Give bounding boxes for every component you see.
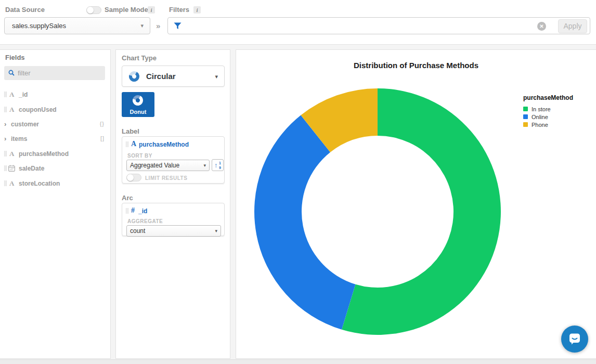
apply-button[interactable]: Apply bbox=[558, 19, 587, 33]
filters-label: Filters bbox=[169, 6, 189, 14]
chart-type-select[interactable]: Circular ▾ bbox=[122, 66, 225, 87]
drag-handle-icon bbox=[4, 180, 5, 186]
legend-item: Phone bbox=[523, 121, 573, 128]
chevron-down-icon: ▾ bbox=[203, 160, 206, 171]
field-filter-input[interactable] bbox=[18, 66, 101, 80]
array-type-badge: [] bbox=[100, 135, 105, 141]
sort-by-value: Aggregated Value bbox=[130, 162, 179, 169]
string-type-icon: A bbox=[9, 90, 14, 99]
object-type-badge: {} bbox=[100, 121, 105, 127]
chart-title: Distribution of Purchase Methods bbox=[236, 61, 596, 70]
sort-by-label: SORT BY bbox=[127, 153, 152, 159]
sort-direction-button[interactable]: ↑ 1 9 bbox=[212, 159, 224, 171]
sort-digit: 1 bbox=[219, 161, 221, 165]
aggregate-value: count bbox=[130, 227, 145, 235]
donut-chart-icon bbox=[132, 95, 144, 106]
calendar-icon bbox=[8, 165, 15, 172]
info-icon[interactable]: i bbox=[148, 6, 155, 14]
chart-encoding-panel: Chart Type Circular ▾ Donut Label A purc… bbox=[115, 49, 230, 359]
legend-label: Online bbox=[532, 114, 548, 120]
search-icon bbox=[8, 70, 15, 76]
field-name: _id bbox=[19, 91, 28, 98]
label-field-chip[interactable]: purchaseMethod bbox=[139, 141, 189, 148]
data-source-value: sales.supplySales bbox=[12, 22, 66, 30]
chevron-right-icon: › bbox=[4, 135, 6, 142]
sort-by-select[interactable]: Aggregated Value ▾ bbox=[126, 160, 210, 171]
string-type-icon: A bbox=[131, 140, 136, 148]
donut-chart[interactable] bbox=[253, 87, 502, 336]
donut-subtype-button[interactable]: Donut bbox=[122, 92, 154, 117]
close-icon: ✕ bbox=[539, 23, 543, 29]
field-row-purchasemethod[interactable]: A purchaseMethod bbox=[0, 149, 111, 159]
chat-launcher-button[interactable] bbox=[561, 326, 588, 353]
sample-mode-label: Sample Mode bbox=[105, 6, 148, 14]
funnel-icon bbox=[174, 22, 182, 30]
field-name: customer bbox=[11, 121, 39, 128]
data-source-select[interactable]: sales.supplySales ▾ bbox=[4, 17, 150, 34]
label-encoding-card: A purchaseMethod SORT BY Aggregated Valu… bbox=[122, 136, 225, 184]
chart-type-value: Circular bbox=[146, 66, 176, 87]
drag-handle-icon bbox=[4, 165, 5, 171]
chevron-right-icon: › bbox=[4, 120, 6, 128]
fields-sidebar: Fields A _id A couponUsed › customer {} … bbox=[0, 49, 111, 359]
drag-handle-icon bbox=[126, 208, 126, 214]
aggregate-label: AGGREGATE bbox=[127, 218, 163, 224]
number-type-icon: # bbox=[131, 206, 135, 215]
double-chevron-icon: » bbox=[156, 21, 160, 30]
page-bottom-strip bbox=[0, 359, 596, 364]
filter-query-input[interactable]: ✕ Apply bbox=[167, 17, 590, 34]
chart-type-label: Chart Type bbox=[122, 54, 157, 62]
legend-item: Online bbox=[523, 113, 573, 121]
chart-legend: purchaseMethod In store Online Phone bbox=[523, 94, 573, 128]
sample-mode-toggle[interactable] bbox=[86, 6, 101, 14]
arc-section-title: Arc bbox=[122, 194, 133, 202]
toggle-knob bbox=[87, 7, 94, 14]
drag-handle-icon bbox=[4, 107, 5, 112]
sort-digit: 9 bbox=[219, 165, 221, 170]
legend-item: In store bbox=[523, 105, 573, 113]
limit-results-label: LIMIT RESULTS bbox=[145, 175, 187, 181]
chat-bubble-icon bbox=[568, 333, 581, 345]
chevron-down-icon: ▾ bbox=[215, 226, 217, 236]
drag-handle-icon bbox=[126, 141, 126, 147]
legend-label: Phone bbox=[532, 122, 548, 128]
sort-numeric-digits: 1 9 bbox=[219, 161, 221, 170]
arc-field-chip[interactable]: _id bbox=[138, 207, 147, 215]
fields-title: Fields bbox=[5, 54, 25, 61]
field-row-storelocation[interactable]: A storeLocation bbox=[0, 178, 111, 189]
info-icon[interactable]: i bbox=[193, 6, 201, 14]
legend-swatch bbox=[523, 114, 528, 119]
chevron-down-icon: ▾ bbox=[215, 73, 218, 80]
legend-title: purchaseMethod bbox=[523, 94, 573, 101]
field-name: saleDate bbox=[19, 165, 44, 172]
limit-results-toggle[interactable] bbox=[126, 174, 141, 181]
drag-handle-icon bbox=[4, 151, 5, 157]
field-row-customer[interactable]: › customer {} bbox=[0, 119, 111, 129]
donut-subtype-label: Donut bbox=[122, 109, 154, 115]
label-section-title: Label bbox=[122, 127, 139, 135]
string-type-icon: A bbox=[9, 179, 14, 188]
legend-swatch bbox=[523, 107, 528, 111]
chart-preview-panel: Distribution of Purchase Methods purchas… bbox=[236, 49, 596, 359]
data-source-label: Data Source bbox=[5, 6, 45, 14]
field-row-couponused[interactable]: A couponUsed bbox=[0, 105, 111, 115]
field-row-id[interactable]: A _id bbox=[0, 89, 111, 100]
top-toolbar: Data Source Sample Mode i Filters i sale… bbox=[0, 0, 596, 45]
donut-slice-online[interactable] bbox=[254, 115, 356, 330]
legend-label: In store bbox=[532, 106, 551, 112]
field-name: storeLocation bbox=[19, 180, 60, 187]
aggregate-select[interactable]: count ▾ bbox=[126, 225, 221, 237]
drag-handle-icon bbox=[4, 92, 5, 97]
arc-encoding-card: # _id AGGREGATE count ▾ bbox=[122, 203, 225, 236]
string-type-icon: A bbox=[9, 150, 14, 158]
legend-swatch bbox=[523, 122, 528, 127]
clear-filter-button[interactable]: ✕ bbox=[537, 22, 546, 31]
chevron-down-icon: ▾ bbox=[140, 18, 144, 34]
field-search-box[interactable] bbox=[4, 66, 105, 80]
string-type-icon: A bbox=[9, 106, 14, 114]
field-name: purchaseMethod bbox=[19, 150, 69, 158]
field-name: couponUsed bbox=[19, 106, 57, 113]
field-row-saledate[interactable]: saleDate bbox=[0, 163, 111, 174]
sort-numeric-icon: ↑ bbox=[214, 161, 218, 169]
field-row-items[interactable]: › items [] bbox=[0, 134, 111, 144]
